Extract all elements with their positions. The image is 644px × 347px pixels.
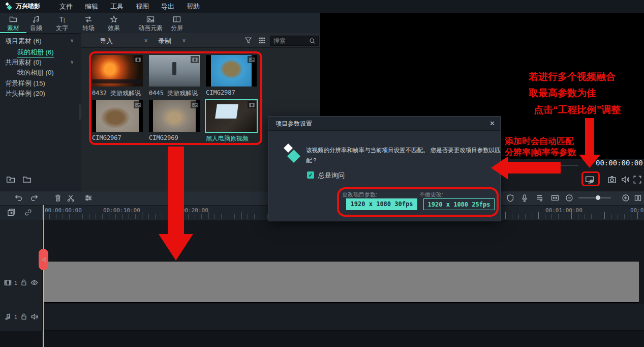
annotation-text-1: 若进行多个视频融合: [529, 70, 616, 83]
menu-view[interactable]: 视图: [130, 2, 155, 11]
new-folder-icon[interactable]: [6, 175, 15, 184]
zoom-out-icon[interactable]: [565, 194, 573, 202]
chevron-down-icon[interactable]: ∨: [182, 37, 186, 44]
annotation-text-4: 添加时会自动匹配: [505, 135, 574, 147]
playhead[interactable]: [43, 205, 44, 347]
annotation-big-arrow-head: [159, 234, 193, 261]
tab-splitscreen[interactable]: 分屏: [164, 14, 190, 33]
library-item-project-media[interactable]: 项目素材 (6): [5, 37, 42, 47]
zoom-to-fit-icon[interactable]: [551, 194, 559, 202]
tab-label: 素材: [7, 24, 19, 32]
mute-track-speaker-icon[interactable]: [30, 313, 38, 321]
library-item-background-samples[interactable]: 背景样例 (15): [5, 79, 45, 89]
lock-track-icon[interactable]: [20, 313, 27, 320]
annotation-text-3: 点击“工程比例”调整: [534, 103, 621, 117]
adjust-properties-icon[interactable]: [84, 194, 93, 202]
chevron-down-icon[interactable]: ∨: [144, 37, 148, 44]
zoom-in-icon[interactable]: [622, 194, 630, 202]
fullscreen-icon[interactable]: [633, 175, 642, 184]
chevron-down-icon[interactable]: ∨: [70, 59, 74, 65]
always-ask-label: 总是询问: [318, 171, 345, 180]
menu-tools[interactable]: 工具: [104, 2, 130, 11]
library-item-shared-album[interactable]: 我的相册 (0): [17, 68, 54, 78]
undo-icon[interactable]: [14, 194, 22, 202]
menu-export[interactable]: 导出: [155, 2, 180, 11]
snapshot-camera-icon[interactable]: [607, 175, 617, 184]
tab-transitions[interactable]: 转场: [75, 14, 102, 33]
dialog-title: 项目参数设置: [268, 117, 500, 131]
dialog-close-icon[interactable]: ✕: [489, 120, 495, 127]
tab-audio[interactable]: 音频: [23, 14, 49, 33]
transition-icon: [84, 15, 93, 23]
chevron-down-icon[interactable]: ∨: [70, 38, 74, 43]
volume-icon[interactable]: [621, 175, 630, 184]
redo-icon[interactable]: [30, 194, 39, 202]
toggle-visibility-eye-icon[interactable]: [30, 279, 38, 286]
star-effects-icon: [110, 15, 118, 23]
library-item-my-album[interactable]: 我的相册 (6): [17, 48, 54, 58]
picture-icon: [146, 15, 155, 23]
dual-view-icon[interactable]: [634, 194, 642, 202]
audio-track-icon: [4, 313, 12, 321]
library-item-shared-media[interactable]: 共用素材 (0): [5, 58, 42, 68]
tab-text[interactable]: T| 文字: [49, 14, 75, 33]
annotation-media-box: [89, 51, 262, 145]
video-track-number: 1: [14, 280, 17, 286]
app-logo-icon: [4, 2, 13, 11]
preview-timecode: 00:00:00:00: [596, 159, 643, 167]
annotation-down-arrow-head: [579, 155, 600, 168]
tab-effects[interactable]: 效果: [101, 14, 127, 33]
lock-track-icon[interactable]: [20, 279, 27, 286]
timeline-zoom-slider[interactable]: [578, 197, 611, 198]
render-shield-icon[interactable]: [506, 194, 514, 202]
annotation-dialog-buttons-box: [337, 187, 499, 217]
tab-label: 转场: [82, 24, 95, 32]
annotation-text-2: 取最高参数为佳: [529, 86, 596, 100]
playhead-scissors-badge[interactable]: [39, 249, 48, 270]
video-track-icon: [4, 279, 12, 286]
import-button[interactable]: 导入: [100, 37, 113, 46]
split-screen-icon: [173, 15, 181, 23]
annotation-settings-icon-box: [581, 171, 600, 186]
filter-icon[interactable]: [244, 37, 252, 44]
zoom-slider-knob[interactable]: [596, 195, 600, 200]
video-track-lane[interactable]: [43, 261, 639, 303]
folder-icon: [9, 15, 17, 23]
titlebar: 万兴喵影 文件 编辑 工具 视图 导出 帮助: [0, 0, 644, 13]
music-icon: [32, 15, 40, 23]
tab-label: 动画元素: [138, 24, 163, 32]
audio-mixer-icon[interactable]: [535, 194, 543, 202]
audio-track-number: 1: [14, 314, 17, 320]
always-ask-checkbox[interactable]: ✓: [307, 171, 314, 179]
tab-label: 文字: [56, 24, 68, 32]
menu-file[interactable]: 文件: [53, 2, 79, 11]
grid-view-icon[interactable]: [258, 37, 266, 44]
tab-label: 分屏: [171, 24, 183, 32]
tab-label: 效果: [108, 24, 120, 32]
annotation-down-arrow-shaft: [585, 118, 594, 155]
menu-help[interactable]: 帮助: [180, 2, 206, 11]
timeline-empty-area: [0, 331, 644, 347]
annotation-big-arrow-shaft: [168, 147, 184, 235]
split-scissors-icon[interactable]: [67, 194, 75, 202]
annotation-left-arrow-head: [491, 156, 508, 180]
link-clips-icon[interactable]: [24, 209, 32, 216]
record-voiceover-icon[interactable]: [520, 194, 529, 202]
tab-label: 音频: [30, 24, 42, 32]
library-item-intro-samples[interactable]: 片头样例 (20): [5, 89, 45, 99]
app-window: 万兴喵影 文件 编辑 工具 视图 导出 帮助 未命名: 00:00:00:00 …: [0, 0, 644, 347]
audio-track-lane[interactable]: [43, 304, 644, 331]
ribbon: 素材 音频 T| 文字 转场 效果 动画元素 分屏: [0, 13, 320, 33]
search-box[interactable]: [270, 36, 319, 46]
annotation-left-arrow-shaft: [508, 162, 561, 174]
add-to-timeline-icon[interactable]: [7, 208, 16, 217]
filmora-logo-icon: [282, 143, 302, 165]
dialog-message: 该视频的分辨率和帧率与当前项目设置不匹配。 您是否要更改项目参数以匹配？: [306, 145, 501, 165]
menu-edit[interactable]: 编辑: [79, 2, 104, 11]
search-input[interactable]: [270, 37, 309, 44]
record-button[interactable]: 录制: [158, 37, 171, 46]
delete-icon[interactable]: [54, 194, 62, 202]
delete-folder-icon[interactable]: [22, 175, 32, 184]
search-icon[interactable]: [309, 38, 316, 44]
annotation-text-5: 分辨率|帧率等参数: [505, 147, 576, 158]
